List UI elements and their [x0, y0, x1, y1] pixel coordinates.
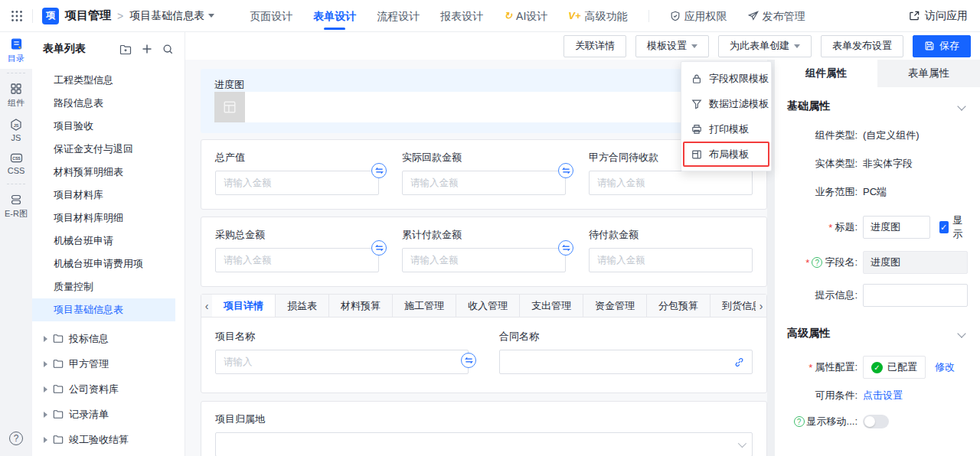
help-icon[interactable]: ? [9, 432, 23, 445]
help-circle-icon[interactable]: ? [812, 257, 822, 268]
amount-input[interactable]: 请输入金额 [215, 171, 379, 195]
form-publish-settings-button[interactable]: 表单发布设置 [821, 35, 903, 57]
field-project-name[interactable]: 项目名称 请输入 [215, 330, 469, 374]
tab-component-properties[interactable]: 组件属性 [775, 60, 877, 87]
rail-item-components[interactable]: 组件 [0, 77, 32, 113]
form-folder[interactable]: 记录清单 [32, 402, 185, 427]
form-list-item[interactable]: 材料预算明细表 [32, 161, 185, 184]
tab-publish-management[interactable]: 发布管理 [748, 0, 805, 32]
swap-fields-icon[interactable] [371, 163, 387, 178]
form-list-item[interactable]: 机械台班申请费用项 [32, 252, 185, 275]
swap-fields-icon[interactable] [371, 240, 387, 256]
tab-ai-design[interactable]: ↻ AI设计 [504, 0, 547, 32]
rail-item-js[interactable]: JS JS [0, 113, 32, 147]
visit-app-icon [909, 10, 920, 21]
form-folder[interactable]: 甲方管理 [32, 351, 185, 376]
show-mobile-toggle-off[interactable] [863, 415, 889, 428]
search-icon[interactable] [162, 44, 174, 55]
form-list-item[interactable]: 工程类型信息 [32, 69, 185, 92]
field-actual-collection[interactable]: 实际回款金额 请输入金额 [402, 151, 566, 195]
rail-item-catalog[interactable]: 目录 [0, 32, 32, 69]
location-select[interactable] [215, 432, 753, 456]
advanced-properties-section-header[interactable]: 高级属性 [787, 327, 968, 340]
click-to-set-link[interactable]: 点击设置 [863, 389, 903, 402]
form-list-item[interactable]: 机械台班申请 [32, 230, 185, 252]
swap-fields-icon[interactable] [558, 163, 573, 178]
project-name-input[interactable]: 请输入 [215, 350, 469, 374]
amount-input[interactable]: 请输入金额 [215, 248, 379, 272]
save-button[interactable]: 保存 [913, 35, 971, 57]
row-attr-config: * 属性配置: ✓ 已配置 修改 [787, 356, 968, 379]
tab-page-design[interactable]: 页面设计 [250, 0, 292, 32]
menu-item-print-template[interactable]: 打印模板 [681, 116, 771, 142]
field-contract-name[interactable]: 合同名称 [499, 330, 753, 374]
create-for-form-button[interactable]: 为此表单创建 [718, 35, 812, 57]
amount-input[interactable]: 请输入金额 [402, 171, 566, 195]
field-project-location[interactable]: 项目归属地 [215, 412, 753, 456]
detail-tab[interactable]: 施工管理 [393, 295, 456, 317]
add-form-icon[interactable] [142, 44, 152, 54]
components-grid-icon [10, 83, 22, 95]
divider [648, 10, 649, 22]
help-circle-icon[interactable]: ? [794, 416, 805, 427]
detail-tab[interactable]: 收入管理 [456, 295, 520, 317]
tab-form-properties[interactable]: 表单属性 [877, 60, 980, 87]
form-folder[interactable]: 竣工验收结算 [32, 427, 185, 452]
detail-tab[interactable]: 材料预算 [329, 295, 393, 317]
visit-app-button[interactable]: 访问应用 [909, 9, 968, 23]
detail-tab[interactable]: 资金管理 [583, 295, 647, 317]
hint-input[interactable] [863, 284, 968, 307]
modify-link[interactable]: 修改 [935, 360, 955, 374]
show-checkbox-checked[interactable]: ✓ [939, 221, 949, 233]
form-list-item-selected[interactable]: 项目基础信息表 [32, 298, 175, 321]
field-pending-payment[interactable]: 待付款金额 请输入金额 [589, 228, 753, 272]
menu-item-layout-template[interactable]: 布局模板 [681, 142, 771, 167]
folder-icon [53, 435, 64, 445]
swap-fields-icon[interactable] [461, 353, 476, 368]
property-inspector: 组件属性 表单属性 基础属性 组件类型: (自定义组件) 实体类型: 非实体字段 [775, 60, 980, 456]
form-folder[interactable]: 投标信息 [32, 326, 185, 351]
swap-fields-icon[interactable] [558, 240, 573, 256]
catalog-doc-icon [10, 37, 23, 50]
detail-tab[interactable]: 损益表 [276, 295, 329, 317]
form-list-item[interactable]: 项目材料库明细 [32, 207, 185, 230]
amount-input[interactable]: 请输入金额 [402, 248, 566, 272]
menu-item-data-filter-template[interactable]: 数据过滤模板 [681, 91, 771, 116]
form-list-item[interactable]: 质量控制 [32, 275, 185, 298]
template-settings-button[interactable]: 模板设置 [635, 35, 709, 57]
form-list-item[interactable]: 项目验收 [32, 115, 185, 138]
basic-properties-section-header[interactable]: 基础属性 [787, 99, 968, 113]
rail-item-css[interactable]: CSS CSS [0, 147, 32, 180]
amount-input[interactable]: 请输入金额 [589, 171, 753, 195]
tab-form-design[interactable]: 表单设计 [313, 0, 356, 32]
title-input[interactable]: 进度图 [863, 216, 930, 239]
tab-app-permissions[interactable]: 应用权限 [670, 0, 727, 32]
detail-tab[interactable]: 分包预算 [647, 295, 710, 317]
field-purchase-total[interactable]: 采购总金额 请输入金额 [215, 228, 379, 272]
tab-report-design[interactable]: 报表设计 [440, 0, 483, 32]
folder-icon [53, 409, 64, 419]
detail-tab[interactable]: 支出管理 [520, 295, 583, 317]
form-list-item[interactable]: 保证金支付与退回 [32, 138, 185, 161]
field-total-output[interactable]: 总产值 请输入金额 [215, 151, 379, 195]
detail-tab-active[interactable]: 项目详情 [211, 295, 276, 317]
rail-item-er-diagram[interactable]: E-R图 [0, 188, 32, 224]
tabs-scroll-left-icon[interactable]: ‹ [201, 295, 212, 317]
field-cumulative-payment[interactable]: 累计付款金额 请输入金额 [402, 228, 566, 272]
tabs-scroll-right-icon[interactable]: › [756, 295, 766, 317]
amount-input[interactable]: 请输入金额 [589, 248, 753, 272]
relate-detail-button[interactable]: 关联详情 [564, 35, 626, 57]
tab-flow-design[interactable]: 流程设计 [377, 0, 420, 32]
breadcrumb[interactable]: 项目基础信息表 [129, 9, 214, 23]
form-list-item[interactable]: 路段信息表 [32, 92, 185, 115]
chevron-down-icon [738, 439, 746, 448]
contract-name-input[interactable] [499, 350, 753, 374]
tab-advanced-features[interactable]: V+ 高级功能 [568, 0, 627, 32]
link-icon[interactable] [734, 357, 744, 367]
app-name[interactable]: 项目管理 [65, 8, 111, 23]
menu-item-field-permission-template[interactable]: 字段权限模板 [681, 66, 771, 91]
app-launcher-icon[interactable] [11, 10, 23, 22]
form-folder[interactable]: 公司资料库 [32, 376, 185, 402]
form-list-item[interactable]: 项目材料库 [32, 184, 185, 207]
new-folder-icon[interactable] [119, 44, 132, 55]
